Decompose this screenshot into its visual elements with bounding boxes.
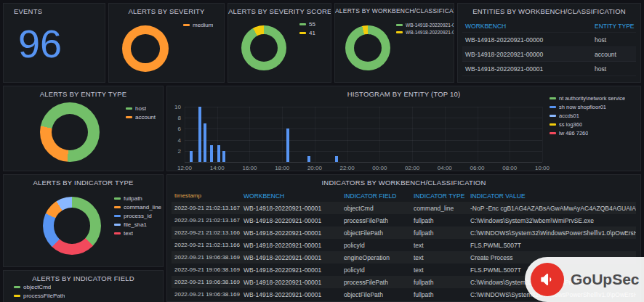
panel-title-entities[interactable]: ENTITIES BY WORKBENCH/CLASSIFICATION [458,7,640,15]
cell-indicator-field: engineOperation [341,254,411,261]
legend-label: objectCmd [23,284,51,290]
x-axis-tick-label: 12:00 [177,165,192,171]
column-header-workbench[interactable]: WORKBENCH [241,192,341,200]
y-axis-tick-label: 2 [178,147,181,154]
cell-indicator-field: objectFilePath [341,291,411,298]
column-header-indicator-field[interactable]: INDICATOR FIELD [341,192,411,200]
histogram-bar [222,151,225,162]
column-header-entity-type[interactable]: ENTITY TYPE [592,23,636,30]
legend-label: medium [193,22,213,28]
legend-item-41[interactable]: 41 [299,30,315,36]
panel-title-events[interactable]: EVENTS [14,7,42,15]
legend-item-entity-2[interactable]: sh now shopfloor01 [550,104,625,110]
legend-item-workbench-00000[interactable]: WB-14918-20220921-00000 [396,23,454,28]
cell-workbench: WB-14918-20220921-00001 [241,217,341,224]
legend-item-entity-4[interactable]: ss log360 [550,121,625,128]
cell-indicator-value: C:\Windows\System32\wbem\WmiPrvSE.exe [467,217,636,224]
legend-label: 55 [309,21,315,28]
legend-swatch [126,116,132,118]
histogram-bar [335,156,338,162]
goupsec-watermark: GoUpSec [525,257,644,302]
panel-title-severity-score[interactable]: ALERTS BY SEVERITY SCORE [228,7,331,15]
y-axis-tick-label: 6 [178,126,181,132]
cell-timestamp: 2022-09-21 21:02:13.167 [172,205,241,211]
x-axis-tick-label: 16:00 [242,165,257,171]
legend-item-entity-1[interactable]: nt authority\network service [550,95,625,102]
donut-hole [250,34,278,62]
legend-item-account[interactable]: account [126,114,156,121]
legend-label: fullpath [124,195,142,202]
histogram-bar [190,151,193,162]
panel-alerts-by-severity: ALERTS BY SEVERITY medium [108,3,225,83]
histogram-bar [217,145,220,162]
histogram-gridline [412,107,413,162]
megaphone-icon [538,270,557,289]
legend-item-process-id[interactable]: process_id [114,213,161,219]
legend-swatch [299,32,306,34]
legend-label: nt authority\network service [559,95,625,102]
legend-label: file_sha1 [124,221,147,228]
cell-timestamp: 2022-09-21 21:02:13.166 [172,229,241,236]
panel-alerts-by-entity-type: ALERTS BY ENTITY TYPE host account [3,86,164,171]
legend-swatch [396,24,403,26]
legend-item-command-line[interactable]: command_line [114,204,161,211]
histogram-plot: 24681012:0014:0016:0018:0020:0022:0000:0… [185,107,542,163]
cell-timestamp: 2022-09-21 19:06:38.169 [172,266,241,273]
legend-item-processfilepath[interactable]: processFilePath [14,293,65,299]
legend-item-objectcmd[interactable]: objectCmd [14,284,65,290]
panel-title-alerts-by-severity[interactable]: ALERTS BY SEVERITY [109,7,224,15]
indicator-type-donut-chart [43,197,101,255]
cell-timestamp: 2022-09-21 19:06:38.169 [172,254,241,261]
x-axis-tick-label: 00:00 [372,165,387,171]
legend-label: sh now shopfloor01 [559,104,606,110]
panel-title-indicator-field[interactable]: ALERTS BY INDICATOR FIELD [4,274,163,282]
table-row: WB-14918-20220921-00001 host [462,62,636,76]
column-header-indicator-type[interactable]: INDICATOR TYPE [411,192,467,200]
column-header-timestamp[interactable]: timestamp [172,192,241,199]
legend-label: process_id [124,213,152,219]
panel-alerts-by-indicator-field: ALERTS BY INDICATOR FIELD objectCmd proc… [3,270,164,302]
cell-timestamp: 2022-09-21 21:02:13.166 [172,242,241,248]
cell-indicator-field: policyId [341,266,411,274]
panel-alerts-by-workbench: ALERTS BY WORKBENCH/CLASSIFICATION WB-14… [334,3,454,83]
legend-item-medium[interactable]: medium [183,22,213,28]
legend-item-text[interactable]: text [114,230,161,237]
severity-legend: medium [183,22,213,28]
panel-title-indicators[interactable]: INDICATORS BY WORKBENCH/CLASSIFICATION [167,179,640,187]
histogram-gridline [185,118,542,118]
table-row: WB-14918-20220921-00000 host [462,33,636,47]
legend-item-55[interactable]: 55 [299,21,315,28]
legend-item-fullpath[interactable]: fullpath [114,195,161,202]
panel-title-indicator-type[interactable]: ALERTS BY INDICATOR TYPE [4,179,163,187]
cell-indicator-field: objectCmd [341,205,411,212]
donut-hole [354,34,382,62]
legend-item-entity-5[interactable]: lw 486 7260 [550,130,625,136]
entity-type-donut-chart [40,102,100,162]
legend-item-workbench-00001[interactable]: WB-14918-20220921-00001 [396,30,454,35]
legend-label: WB-14918-20220921-00001 [406,30,454,35]
x-axis-tick-label: 20:00 [307,165,322,171]
cell-timestamp: 2022-09-21 19:06:38.169 [172,279,241,285]
cell-indicator-type: fullpath [411,217,467,224]
histogram-gridline [478,107,478,162]
legend-label: host [135,105,146,112]
cell-workbench: WB-14918-20220921-00001 [241,254,341,261]
legend-swatch [14,286,20,288]
panel-title-entity-type[interactable]: ALERTS BY ENTITY TYPE [4,90,163,98]
cell-timestamp: 2022-09-21 19:06:38.169 [172,291,241,298]
events-count-value: 96 [18,24,62,63]
cell-workbench: WB-14918-20220921-00000 [462,36,592,44]
legend-item-entity-3[interactable]: accds01 [550,113,625,119]
legend-swatch [550,97,556,99]
panel-title-alerts-by-workbench[interactable]: ALERTS BY WORKBENCH/CLASSIFICATION [335,7,454,15]
goupsec-watermark-text: GoUpSec [571,271,640,288]
y-axis-tick-label: 8 [178,115,181,121]
column-header-workbench[interactable]: WORKBENCH [462,23,592,30]
histogram-bar [204,123,206,162]
x-axis-tick-label: 04:00 [438,165,452,171]
workbench-legend: WB-14918-20220921-00000 WB-14918-2022092… [396,23,454,35]
column-header-indicator-value[interactable]: INDICATOR VALUE [467,192,636,200]
legend-item-host[interactable]: host [126,105,156,112]
legend-item-file-sha1[interactable]: file_sha1 [114,221,161,228]
legend-label: command_line [124,204,161,211]
